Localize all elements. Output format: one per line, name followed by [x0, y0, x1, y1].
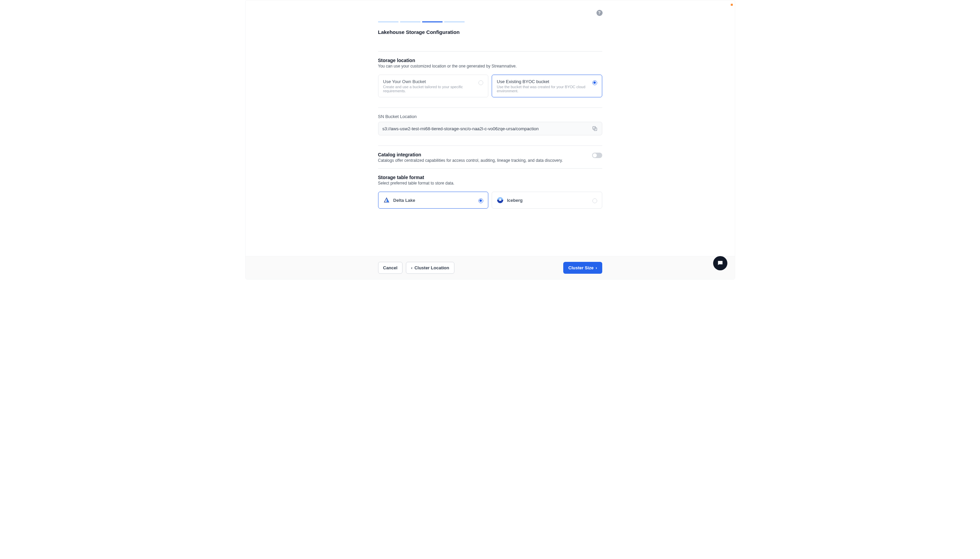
- option-byoc-bucket[interactable]: Use Existing BYOC bucket Use the bucket …: [492, 74, 602, 98]
- footer-bar: Cancel ‹ Cluster Location Cluster Size ›: [246, 256, 735, 279]
- stepper: [378, 22, 602, 22]
- chevron-left-icon: ‹: [411, 266, 412, 270]
- catalog-toggle[interactable]: [592, 153, 602, 158]
- step-1: [378, 22, 398, 22]
- catalog-integration-row: Catalog integration Catalogs offer centr…: [378, 152, 602, 163]
- divider: [378, 108, 602, 108]
- main-content: Lakehouse Storage Configuration Storage …: [378, 22, 602, 252]
- table-format-desc: Select preferred table format to store d…: [378, 181, 602, 185]
- option-own-bucket[interactable]: Use Your Own Bucket Create and use a buc…: [378, 74, 488, 98]
- step-2: [400, 22, 421, 22]
- notification-dot: [731, 4, 733, 6]
- divider: [378, 146, 602, 146]
- page-title: Lakehouse Storage Configuration: [378, 29, 602, 35]
- radio-icon: [478, 198, 483, 203]
- radio-icon: [478, 80, 483, 85]
- catalog-title: Catalog integration: [378, 152, 563, 157]
- option-byoc-bucket-title: Use Existing BYOC bucket: [497, 79, 589, 84]
- sn-bucket-value: s3://aws-usw2-test-rni68-tiered-storage-…: [383, 126, 592, 131]
- step-4: [444, 22, 465, 22]
- storage-location-options: Use Your Own Bucket Create and use a buc…: [378, 74, 602, 98]
- option-byoc-bucket-sub: Use the bucket that was created for your…: [497, 85, 589, 93]
- iceberg-icon: [497, 197, 503, 203]
- catalog-desc: Catalogs offer centralized capabilities …: [378, 158, 563, 163]
- back-button[interactable]: ‹ Cluster Location: [406, 262, 454, 274]
- cancel-button[interactable]: Cancel: [378, 262, 403, 274]
- table-format-title: Storage table format: [378, 175, 602, 180]
- option-iceberg[interactable]: Iceberg: [492, 192, 602, 208]
- chevron-right-icon: ›: [596, 266, 597, 270]
- option-iceberg-label: Iceberg: [507, 198, 589, 203]
- divider: [378, 51, 602, 51]
- sn-bucket-label: SN Bucket Location: [378, 114, 602, 119]
- radio-icon: [592, 198, 597, 203]
- app-window: ? Lakehouse Storage Configuration Storag…: [245, 0, 735, 280]
- back-button-label: Cluster Location: [414, 265, 449, 270]
- chat-fab[interactable]: [713, 256, 728, 270]
- option-delta-lake[interactable]: Delta Lake: [378, 192, 488, 208]
- copy-icon[interactable]: [592, 126, 598, 132]
- option-delta-lake-label: Delta Lake: [393, 198, 475, 203]
- storage-location-desc: You can use your customized location or …: [378, 64, 602, 68]
- step-3: [422, 22, 442, 22]
- option-own-bucket-sub: Create and use a bucket tailored to your…: [383, 85, 475, 93]
- radio-icon: [592, 80, 597, 85]
- storage-location-title: Storage location: [378, 58, 602, 63]
- divider: [378, 168, 602, 169]
- next-button-label: Cluster Size: [568, 265, 594, 270]
- help-icon[interactable]: ?: [596, 10, 602, 16]
- chat-icon: [717, 260, 724, 266]
- table-format-options: Delta Lake Iceberg: [378, 192, 602, 208]
- next-button[interactable]: Cluster Size ›: [563, 262, 602, 274]
- delta-lake-icon: [383, 197, 390, 203]
- sn-bucket-field: s3://aws-usw2-test-rni68-tiered-storage-…: [378, 122, 602, 136]
- cancel-button-label: Cancel: [383, 265, 398, 270]
- option-own-bucket-title: Use Your Own Bucket: [383, 79, 475, 84]
